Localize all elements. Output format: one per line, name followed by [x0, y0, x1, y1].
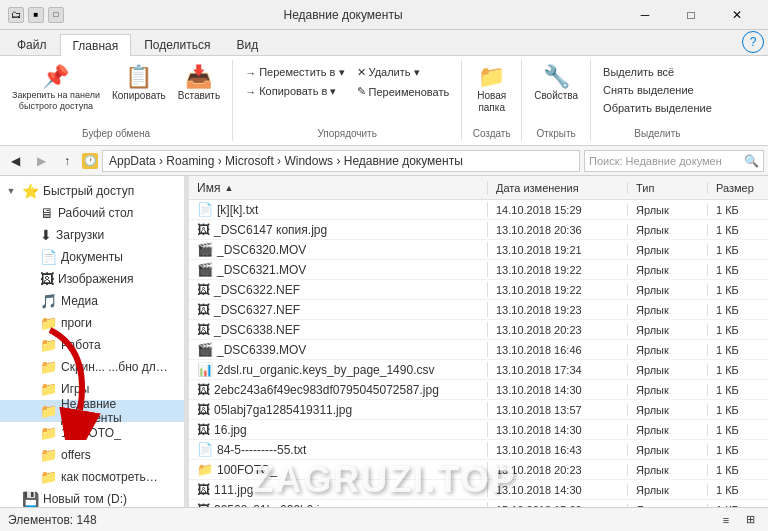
file-date: 13.10.2018 17:34 [488, 364, 628, 376]
sidebar-item-recent[interactable]: 📁 Недавние документы [0, 400, 184, 422]
copyto-icon: → [245, 86, 256, 98]
file-icon: 📄 [197, 442, 213, 457]
file-date: 13.10.2018 14:30 [488, 484, 628, 496]
table-row[interactable]: 🖼16.jpg 13.10.2018 14:30 Ярлык 1 КБ [189, 420, 768, 440]
copy-button[interactable]: 📋 Копировать [108, 64, 170, 104]
file-size: 1 КБ [708, 364, 768, 376]
file-date: 13.10.2018 14:30 [488, 384, 628, 396]
sidebar-item-100foto[interactable]: 📁 100FOTO_ [0, 422, 184, 444]
moveto-button[interactable]: → Переместить в ▾ [241, 64, 348, 81]
file-size: 1 КБ [708, 304, 768, 316]
table-row[interactable]: 📁100FOTO_ 13.10.2018 20:23 Ярлык 1 КБ [189, 460, 768, 480]
ribbon-group-open: 🔧 Свойства Открыть [522, 60, 591, 141]
file-name: [k][k].txt [217, 203, 258, 217]
sidebar-item-prog[interactable]: 📁 проги [0, 312, 184, 334]
table-row[interactable]: 📄84-5---------55.txt 13.10.2018 16:43 Яр… [189, 440, 768, 460]
table-row[interactable]: 🖼_DSC6147 копия.jpg 13.10.2018 20:36 Ярл… [189, 220, 768, 240]
file-name: _DSC6321.MOV [217, 263, 306, 277]
table-row[interactable]: 📄[k][k].txt 14.10.2018 15:29 Ярлык 1 КБ [189, 200, 768, 220]
delete-button[interactable]: ✕ Удалить ▾ [353, 64, 454, 81]
sidebar-item-history[interactable]: 📁 как посмотреть историю на [0, 466, 184, 488]
col-name-header[interactable]: Имя ▲ [189, 181, 488, 195]
sidebar-item-newvol[interactable]: 💾 Новый том (D:) [0, 488, 184, 507]
file-icon: 🎬 [197, 242, 213, 257]
col-date-header[interactable]: Дата изменения [488, 182, 628, 194]
drive-icon: 💾 [22, 491, 39, 507]
new-buttons: 📁 Новаяпапка [472, 60, 512, 126]
sidebar-item-screens[interactable]: 📁 Скрин... ...бно для .. [0, 356, 184, 378]
sidebar-label: как посмотреть историю на [61, 470, 161, 484]
help-button[interactable]: ? [742, 31, 764, 53]
open-label: Открыть [536, 126, 575, 141]
table-row[interactable]: 🖼2ebc243a6f49ec983df0795045072587.jpg 13… [189, 380, 768, 400]
search-box[interactable]: 🔍 [584, 150, 764, 172]
app-icon: 🗂 [8, 7, 24, 23]
file-name: 2ebc243a6f49ec983df0795045072587.jpg [214, 383, 439, 397]
sidebar-item-documents[interactable]: 📄 Документы [0, 246, 184, 268]
file-date: 13.10.2018 13:57 [488, 404, 628, 416]
address-path[interactable]: AppData › Roaming › Microsoft › Windows … [102, 150, 580, 172]
up-button[interactable]: ↑ [56, 150, 78, 172]
minimize-button[interactable]: ─ [622, 0, 668, 30]
rename-icon: ✎ [357, 85, 366, 98]
selectall-button[interactable]: Выделить всё [599, 64, 716, 80]
sidebar-item-images[interactable]: 🖼 Изображения [0, 268, 184, 290]
file-icon: 🖼 [197, 382, 210, 397]
expand-icon: ▼ [4, 184, 18, 198]
close-button[interactable]: ✕ [714, 0, 760, 30]
sidebar-label: Документы [61, 250, 123, 264]
view-details-button[interactable]: ≡ [716, 510, 736, 530]
back-button[interactable]: ◀ [4, 150, 26, 172]
tab-share[interactable]: Поделиться [131, 33, 223, 55]
properties-button[interactable]: 🔧 Свойства [530, 64, 582, 104]
tab-file[interactable]: Файл [4, 33, 60, 55]
ribbon-group-organize: → Переместить в ▾ → Копировать в ▾ ✕ Уда… [233, 60, 462, 141]
table-row[interactable]: 🎬_DSC6320.MOV 13.10.2018 19:21 Ярлык 1 К… [189, 240, 768, 260]
table-row[interactable]: 🖼111.jpg 13.10.2018 14:30 Ярлык 1 КБ [189, 480, 768, 500]
file-icon: 🖼 [197, 322, 210, 337]
organize-col2: ✕ Удалить ▾ ✎ Переименовать [353, 64, 454, 100]
history-icon: 📁 [40, 469, 57, 485]
file-icon: 🖼 [197, 402, 210, 417]
file-name: _DSC6338.NEF [214, 323, 300, 337]
copyto-button[interactable]: → Копировать в ▾ [241, 83, 348, 100]
table-row[interactable]: 🖼_DSC6322.NEF 13.10.2018 19:22 Ярлык 1 К… [189, 280, 768, 300]
table-row[interactable]: 🖼_DSC6338.NEF 13.10.2018 20:23 Ярлык 1 К… [189, 320, 768, 340]
paste-button[interactable]: 📥 Вставить [174, 64, 224, 104]
sidebar-label: Изображения [58, 272, 133, 286]
search-input[interactable] [589, 155, 740, 167]
table-row[interactable]: 🖼05labj7ga1285419311.jpg 13.10.2018 13:5… [189, 400, 768, 420]
table-row[interactable]: 🖼_DSC6327.NEF 13.10.2018 19:23 Ярлык 1 К… [189, 300, 768, 320]
invertselect-button[interactable]: Обратить выделение [599, 100, 716, 116]
table-row[interactable]: 🖼30568c81ba689b9.jpg 15.10.2018 15:00 Яр… [189, 500, 768, 507]
pin-button[interactable]: 📌 Закрепить на панелибыстрого доступа [8, 64, 104, 114]
sidebar-item-downloads[interactable]: ⬇ Загрузки [0, 224, 184, 246]
tab-view[interactable]: Вид [223, 33, 271, 55]
maximize-button[interactable]: □ [668, 0, 714, 30]
rename-button[interactable]: ✎ Переименовать [353, 83, 454, 100]
view-large-button[interactable]: ⊞ [740, 510, 760, 530]
forward-button[interactable]: ▶ [30, 150, 52, 172]
sidebar-item-media[interactable]: 🎵 Медиа [0, 290, 184, 312]
sidebar-item-desktop[interactable]: 🖥 Рабочий стол [0, 202, 184, 224]
table-row[interactable]: 🎬_DSC6321.MOV 13.10.2018 19:22 Ярлык 1 К… [189, 260, 768, 280]
work-icon: 📁 [40, 337, 57, 353]
newfolder-button[interactable]: 📁 Новаяпапка [472, 64, 512, 116]
clearselect-button[interactable]: Снять выделение [599, 82, 716, 98]
col-type-header[interactable]: Тип [628, 182, 708, 194]
sidebar-item-work[interactable]: 📁 Работа [0, 334, 184, 356]
col-size-header[interactable]: Размер [708, 182, 768, 194]
ribbon-tabs: Файл Главная Поделиться Вид ? [0, 30, 768, 56]
file-date: 13.10.2018 19:22 [488, 264, 628, 276]
quick-access-icon: ■ [28, 7, 44, 23]
sidebar-item-offers[interactable]: 📁 offers [0, 444, 184, 466]
pin-icon: 📌 [42, 66, 69, 88]
clipboard-label: Буфер обмена [82, 126, 150, 141]
table-row[interactable]: 📊2dsl.ru_organic.keys_by_page_1490.csv 1… [189, 360, 768, 380]
table-row[interactable]: 🎬_DSC6339.MOV 13.10.2018 16:46 Ярлык 1 К… [189, 340, 768, 360]
sidebar-item-quickaccess[interactable]: ▼ ⭐ Быстрый доступ [0, 180, 184, 202]
tab-home[interactable]: Главная [60, 34, 132, 56]
sidebar-label: Рабочий стол [58, 206, 133, 220]
file-name: _DSC6327.NEF [214, 303, 300, 317]
file-type: Ярлык [628, 464, 708, 476]
